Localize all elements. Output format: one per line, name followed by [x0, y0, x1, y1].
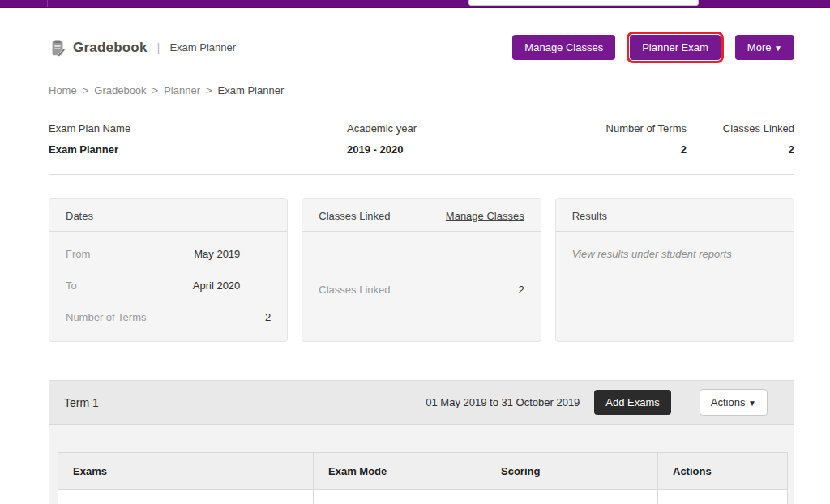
dates-card-header: Dates: [49, 199, 287, 232]
breadcrumb-planner[interactable]: Planner: [164, 84, 200, 96]
card-title: Classes Linked: [319, 210, 390, 222]
planner-exam-button[interactable]: Planner Exam: [630, 35, 721, 60]
scoring-cell: Marks: [486, 490, 658, 504]
field-label: Number of Terms: [559, 122, 687, 135]
column-header-exams: Exams: [58, 453, 314, 490]
exam-mode-cell: Subject Exams: [314, 490, 486, 504]
header-divider: [49, 70, 794, 70]
exams-table: Exams Exam Mode Scoring Actions I TEST S…: [58, 452, 788, 504]
breadcrumb-separator: >: [206, 84, 212, 96]
row-value: April 2020: [193, 280, 272, 292]
term-1-header: Term 1 01 May 2019 to 31 October 2019 Ad…: [49, 381, 794, 425]
topbar-logo-segment: [47, 0, 113, 7]
breadcrumb-gradebook[interactable]: Gradebook: [94, 84, 146, 96]
title-group: Gradebook | Exam Planner: [49, 39, 236, 57]
manage-classes-link[interactable]: Manage Classes: [446, 210, 524, 222]
chevron-down-icon: ▼: [748, 399, 756, 408]
add-exams-button[interactable]: Add Exams: [594, 390, 670, 415]
gradebook-clipboard-icon: [49, 39, 66, 57]
row-value: May 2019: [194, 248, 271, 260]
row-actions-cell: Edit exam More ▼: [658, 490, 788, 504]
exam-plan-summary: Exam Plan Name Exam Planner Academic yea…: [49, 122, 794, 156]
results-card-body: View results under student reports: [556, 232, 794, 260]
breadcrumb-separator: >: [152, 84, 159, 96]
manage-classes-button[interactable]: Manage Classes: [512, 35, 615, 60]
more-button-label: More: [747, 41, 772, 53]
classes-card-header: Classes Linked Manage Classes: [302, 199, 540, 232]
column-header-scoring: Scoring: [486, 453, 658, 490]
row-value: 2: [265, 311, 271, 323]
top-navigation-bar: [0, 0, 830, 8]
dates-card-body: From May 2019 To April 2020 Number of Te…: [49, 232, 287, 323]
field-value: Exam Planner: [49, 143, 347, 156]
page-title: Exam Planner: [169, 41, 236, 53]
exam-name-cell: I TEST: [58, 490, 314, 504]
summary-divider: [49, 174, 794, 175]
title-separator: |: [157, 41, 160, 54]
field-label: Classes Linked: [687, 122, 794, 135]
dates-row-terms: Number of Terms 2: [66, 311, 271, 323]
dates-card: Dates From May 2019 To April 2020 Number…: [49, 198, 288, 342]
field-classes-linked: Classes Linked 2: [687, 122, 794, 156]
card-title: Results: [572, 210, 607, 222]
results-card-header: Results: [556, 199, 794, 232]
row-value: 2: [518, 284, 524, 296]
breadcrumb-separator: >: [83, 84, 89, 96]
header-actions: Manage Classes Planner Exam More ▼: [512, 35, 794, 60]
info-cards: Dates From May 2019 To April 2020 Number…: [49, 198, 794, 342]
row-label: To: [66, 280, 77, 292]
page-container: Gradebook | Exam Planner Manage Classes …: [49, 35, 794, 504]
card-title: Dates: [66, 210, 93, 222]
classes-card-body: Classes Linked 2: [302, 232, 540, 296]
breadcrumb-home[interactable]: Home: [49, 84, 77, 96]
breadcrumb: Home > Gradebook > Planner > Exam Planne…: [49, 84, 794, 96]
field-academic-year: Academic year 2019 - 2020: [347, 122, 559, 156]
page-header: Gradebook | Exam Planner Manage Classes …: [49, 35, 794, 60]
classes-linked-card: Classes Linked Manage Classes Classes Li…: [302, 198, 541, 342]
dates-row-to: To April 2020: [66, 280, 271, 292]
results-card: Results View results under student repor…: [555, 198, 794, 342]
term-header-actions: 01 May 2019 to 31 October 2019 Add Exams…: [426, 389, 768, 416]
field-exam-plan-name: Exam Plan Name Exam Planner: [49, 122, 347, 156]
breadcrumb-current: Exam Planner: [218, 84, 285, 96]
exams-table-header-row: Exams Exam Mode Scoring Actions: [58, 453, 788, 490]
row-label: Classes Linked: [319, 284, 390, 296]
chevron-down-icon: ▼: [774, 44, 782, 53]
table-row: I TEST Subject Exams Marks Edit exam Mor…: [58, 490, 788, 504]
field-value: 2: [559, 143, 687, 156]
term-title: Term 1: [64, 396, 99, 409]
global-search-input[interactable]: [468, 0, 699, 6]
dates-row-from: From May 2019: [66, 248, 271, 260]
column-header-actions: Actions: [658, 453, 788, 490]
field-label: Exam Plan Name: [49, 122, 347, 135]
results-note: View results under student reports: [572, 248, 777, 260]
field-value: 2: [687, 143, 794, 156]
field-label: Academic year: [347, 122, 559, 135]
term-1-section: Term 1 01 May 2019 to 31 October 2019 Ad…: [49, 380, 794, 504]
term-date-range: 01 May 2019 to 31 October 2019: [426, 396, 580, 408]
classes-linked-row: Classes Linked 2: [319, 284, 524, 296]
more-button[interactable]: More ▼: [735, 35, 794, 60]
term-actions-label: Actions: [711, 396, 746, 408]
row-label: From: [66, 248, 90, 260]
row-label: Number of Terms: [66, 311, 146, 323]
field-number-of-terms: Number of Terms 2: [559, 122, 687, 156]
field-value: 2019 - 2020: [347, 143, 559, 156]
term-actions-button[interactable]: Actions ▼: [700, 389, 768, 416]
app-title: Gradebook: [73, 40, 148, 56]
column-header-exam-mode: Exam Mode: [314, 453, 486, 490]
